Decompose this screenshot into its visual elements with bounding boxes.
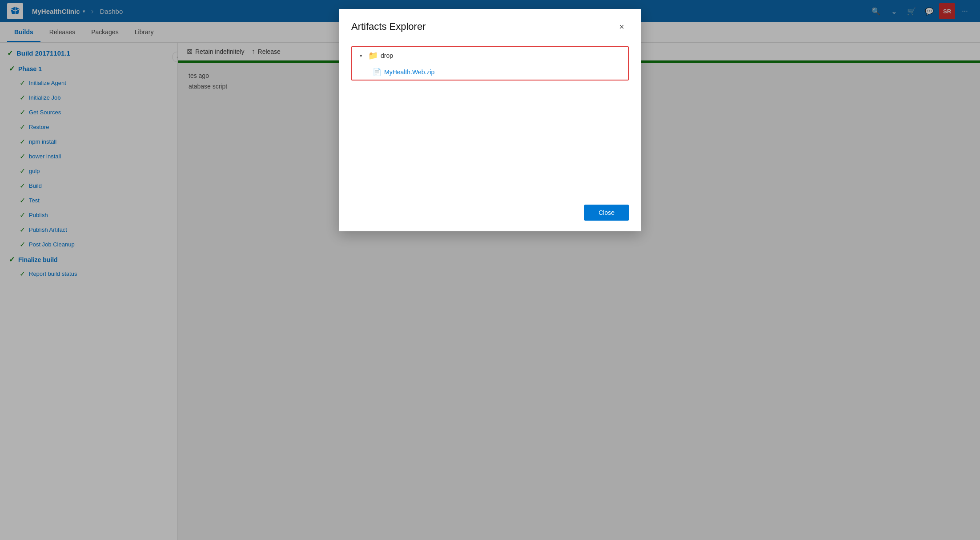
folder-name: drop (381, 52, 393, 59)
file-link[interactable]: MyHealth.Web.zip (384, 69, 434, 76)
modal-footer: Close (339, 197, 641, 231)
modal-overlay[interactable]: Artifacts Explorer × ▾ 📁 drop 📄 MyHealth… (0, 0, 980, 540)
modal-close-button[interactable]: × (615, 20, 629, 34)
close-button[interactable]: Close (584, 205, 629, 221)
artifact-folder-row[interactable]: ▾ 📁 drop (352, 47, 628, 64)
artifact-file-row[interactable]: 📄 MyHealth.Web.zip (352, 64, 628, 80)
modal-title: Artifacts Explorer (351, 21, 426, 32)
artifact-tree: ▾ 📁 drop 📄 MyHealth.Web.zip (351, 46, 629, 81)
folder-icon: 📁 (368, 51, 378, 60)
artifacts-explorer-modal: Artifacts Explorer × ▾ 📁 drop 📄 MyHealth… (339, 9, 641, 231)
modal-body: ▾ 📁 drop 📄 MyHealth.Web.zip (339, 41, 641, 197)
folder-chevron-icon: ▾ (357, 51, 365, 60)
modal-header: Artifacts Explorer × (339, 9, 641, 41)
file-icon: 📄 (373, 68, 382, 76)
